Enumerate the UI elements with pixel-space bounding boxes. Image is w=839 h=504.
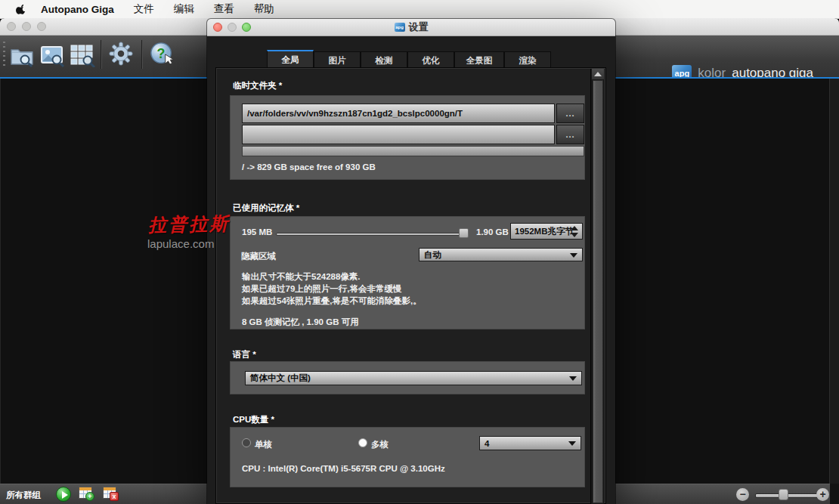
add-group-button[interactable]: + — [79, 487, 92, 499]
right-edge-panel — [830, 79, 839, 484]
grid-search-icon[interactable] — [70, 43, 95, 67]
apple-icon[interactable] — [16, 3, 26, 15]
memory-slider-track[interactable] — [276, 233, 461, 236]
screen: Autopano Giga 文件 编辑 查看 帮助 — [0, 0, 839, 504]
dialog-app-icon: apg — [395, 23, 405, 32]
browse-button-1[interactable]: ... — [556, 104, 584, 123]
settings-gear-icon[interactable] — [108, 42, 134, 66]
tab-detection[interactable]: 检测 — [361, 51, 407, 69]
menu-item-file[interactable]: 文件 — [134, 2, 154, 16]
multi-core-label: 多核 — [371, 439, 389, 450]
panel-scrollbar[interactable] — [590, 69, 604, 504]
zoom-out-button[interactable]: − — [736, 488, 749, 501]
dialog-tabs: 全局 图片 检测 优化 全景图 渲染 — [267, 50, 551, 69]
scrollbar-thumb[interactable] — [593, 80, 603, 503]
toolbar-separator — [141, 40, 142, 69]
memory-summary: 8 GB 侦测记忆 , 1.90 GB 可用 — [242, 317, 359, 328]
zoom-in-button[interactable]: + — [816, 488, 829, 501]
radio-multi-core[interactable] — [358, 438, 367, 447]
menu-bar: Autopano Giga 文件 编辑 查看 帮助 — [0, 0, 839, 19]
tab-render[interactable]: 渲染 — [504, 51, 551, 69]
menu-app-name[interactable]: Autopano Giga — [41, 4, 114, 15]
cpu-label: CPU数量 * — [233, 414, 274, 425]
watermark-site: lapulace.com — [147, 237, 214, 250]
x-badge-icon: x — [110, 492, 119, 501]
spinner-up-icon[interactable] — [571, 226, 578, 230]
remove-group-button[interactable]: x — [103, 487, 116, 499]
temp-path-input-2[interactable] — [242, 125, 555, 144]
dialog-titlebar[interactable]: apg 设置 — [207, 19, 615, 36]
disk-space-bar — [242, 146, 584, 156]
image-search-icon[interactable] — [39, 43, 65, 67]
language-value: 简体中文 (中国) — [250, 373, 311, 384]
spinner-down-icon[interactable] — [571, 233, 578, 237]
language-label: 语言 * — [233, 349, 256, 360]
radio-single-core[interactable] — [242, 438, 251, 447]
zoom-slider-thumb[interactable] — [779, 489, 788, 500]
hidden-area-value: 自动 — [424, 249, 441, 261]
memory-spinner-value: 1952MB兆字节 — [515, 226, 574, 237]
memory-note-3: 如果超过54张照片重叠,将是不可能消除叠影,。 — [242, 295, 422, 307]
memory-note-2: 如果已超过79上的照片一行,将会非常缓慢 — [242, 283, 402, 295]
hidden-area-dropdown[interactable]: 自动 — [419, 248, 583, 261]
dialog-zoom-button[interactable] — [242, 23, 251, 32]
dialog-title: 设置 — [409, 20, 429, 34]
window-close-button[interactable] — [7, 22, 16, 31]
language-group: 简体中文 (中国) — [230, 361, 585, 394]
settings-dialog: apg 设置 全局 图片 检测 优化 全景图 渲染 临时文件夹 * ... ..… — [207, 19, 615, 504]
scroll-up-button[interactable] — [592, 69, 604, 79]
settings-panel: 临时文件夹 * ... ... / -> 829 GB space free o… — [215, 67, 606, 504]
memory-slider-thumb[interactable] — [459, 228, 469, 238]
chevron-down-icon — [570, 253, 577, 258]
browse-button-2[interactable]: ... — [556, 125, 584, 144]
temp-folder-label: 临时文件夹 * — [233, 80, 282, 91]
tab-optimize[interactable]: 优化 — [407, 51, 454, 69]
open-folder-search-icon[interactable] — [9, 43, 35, 67]
zoom-slider-track[interactable] — [755, 493, 822, 498]
tab-global[interactable]: 全局 — [267, 50, 314, 69]
spinner-arrows-icon[interactable] — [571, 225, 579, 238]
language-dropdown[interactable]: 简体中文 (中国) — [245, 371, 582, 385]
window-minimize-button[interactable] — [22, 22, 31, 31]
chevron-down-icon — [569, 376, 577, 381]
menu-item-edit[interactable]: 编辑 — [174, 2, 194, 16]
memory-group: 195 MB 1.90 GB 1952MB兆字节 隐藏区域 自动 输出尺寸不能大… — [230, 216, 585, 329]
svg-text:?: ? — [157, 46, 166, 61]
watermark-title: 拉普拉斯 — [148, 212, 231, 237]
memory-label: 已使用的记忆体 * — [233, 203, 299, 214]
tab-panorama[interactable]: 全景图 — [454, 51, 504, 69]
hidden-area-label: 隐藏区域 — [241, 251, 276, 262]
temp-folder-group: ... ... / -> 829 GB space free of 930 GB — [230, 95, 585, 180]
menu-item-help[interactable]: 帮助 — [254, 2, 274, 16]
toolbar-separator — [101, 40, 101, 69]
toolbar-drag-handle[interactable] — [3, 42, 5, 69]
single-core-label: 单核 — [255, 439, 272, 450]
temp-path-input[interactable] — [242, 104, 555, 123]
tab-images[interactable]: 图片 — [314, 51, 361, 69]
window-zoom-button[interactable] — [37, 22, 46, 31]
cpu-info: CPU : Intel(R) Core(TM) i5-5675R CPU @ 3… — [242, 464, 445, 473]
memory-min-label: 195 MB — [242, 227, 272, 237]
menu-item-view[interactable]: 查看 — [214, 2, 234, 16]
help-icon[interactable]: ? — [149, 42, 175, 66]
dialog-close-button[interactable] — [213, 23, 222, 32]
cpu-group: 单核 多核 4 CPU : Intel(R) Core(TM) i5-5675R… — [230, 427, 585, 487]
arrow-up-icon — [594, 72, 602, 76]
detect-play-button[interactable] — [56, 487, 71, 502]
core-count-dropdown[interactable]: 4 — [479, 436, 581, 450]
memory-spinner[interactable]: 1952MB兆字节 — [510, 223, 583, 240]
disk-space-text: / -> 829 GB space free of 930 GB — [242, 162, 376, 172]
group-bar-label: 所有群组 — [6, 490, 41, 501]
chevron-down-icon — [568, 441, 576, 446]
dialog-minimize-button — [228, 23, 237, 32]
plus-badge-icon: + — [85, 492, 94, 501]
memory-note-1: 输出尺寸不能大于524288像素. — [242, 271, 361, 283]
memory-max-label: 1.90 GB — [476, 227, 509, 237]
core-count-value: 4 — [485, 439, 489, 448]
